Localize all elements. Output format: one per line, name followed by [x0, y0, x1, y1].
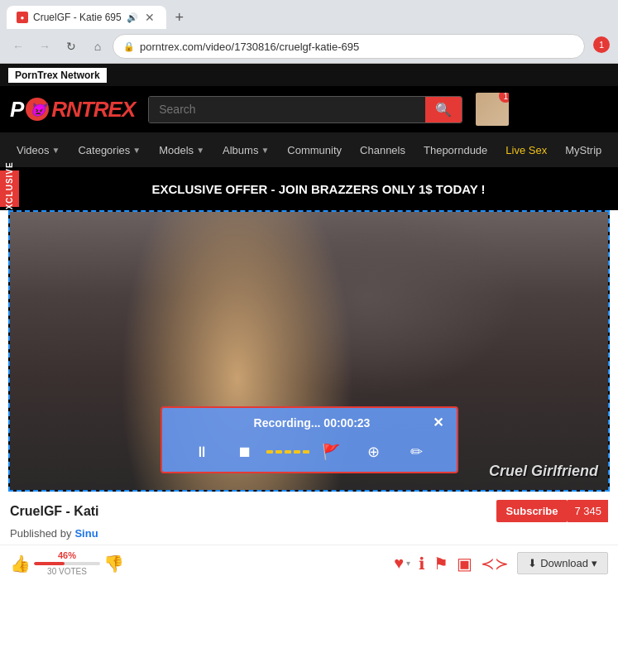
promo-text: EXCLUSIVE OFFER - JOIN BRAZZERS ONLY 1$ …	[19, 182, 618, 196]
action-bar: 👍 46% 30 VOTES 👎 ♥ ▾ ℹ ⚑ ▣ ≺≻ ⬇ Downloa	[0, 545, 618, 581]
tab-audio-icon: 🔊	[127, 12, 138, 23]
search-box: 🔍	[148, 96, 462, 123]
video-info-row: CruelGF - Kati Subscribe 7 345	[0, 492, 618, 527]
recording-controls: ⏸ ⏹ 🚩 ⊕ ✏	[175, 439, 443, 465]
nav-item-categories[interactable]: Categories ▼	[69, 132, 149, 167]
video-watermark: Cruel Girlfriend	[489, 463, 598, 480]
browser-chrome: ● CruelGF - Katie 695 🔊 ✕ + ← → ↻ ⌂ 🔒 po…	[0, 0, 618, 64]
stop-icon: ⏹	[237, 444, 252, 461]
nav-item-albums[interactable]: Albums ▼	[214, 132, 277, 167]
back-button[interactable]: ←	[7, 35, 30, 58]
recording-dots-button[interactable]	[275, 439, 301, 465]
subscribe-count: 7 345	[568, 500, 608, 522]
tab-favicon: ●	[17, 12, 28, 23]
vote-bar	[34, 562, 100, 565]
recording-edit-button[interactable]: ✏	[404, 439, 430, 465]
recording-camera-button[interactable]: ⊕	[361, 439, 387, 465]
nav-bar: Videos ▼ Categories ▼ Models ▼ Albums ▼ …	[0, 132, 618, 167]
videos-arrow-icon: ▼	[52, 146, 60, 155]
notification-badge: 1	[593, 36, 610, 53]
nav-item-models[interactable]: Models ▼	[151, 132, 213, 167]
network-badge[interactable]: PornTrex Network	[8, 68, 107, 83]
home-button[interactable]: ⌂	[86, 35, 109, 58]
video-container[interactable]: Cruel Girlfriend Recording... 00:00:23 ✕…	[8, 210, 610, 492]
logo-rest: RNTREX	[51, 97, 135, 122]
categories-arrow-icon: ▼	[132, 146, 141, 155]
heart-icon: ♥	[394, 554, 404, 573]
refresh-button[interactable]: ↻	[60, 35, 83, 58]
recording-stop-button[interactable]: ⏹	[232, 439, 258, 465]
logo-search-row: P 👿 RNTREX 🔍 1	[0, 86, 618, 132]
thumbs-up-button[interactable]: 👍	[10, 554, 31, 574]
recording-header: Recording... 00:00:23 ✕	[175, 415, 443, 430]
user-thumbnail[interactable]: 1	[476, 93, 509, 126]
tab-close-button[interactable]: ✕	[143, 11, 156, 24]
models-arrow-icon: ▼	[196, 146, 204, 155]
recording-overlay: Recording... 00:00:23 ✕ ⏸ ⏹ 🚩	[160, 406, 458, 473]
site-logo[interactable]: P 👿 RNTREX	[10, 97, 135, 122]
url-box[interactable]: 🔒 porntrex.com/video/1730816/cruelgf-kat…	[113, 34, 585, 59]
published-prefix: Published by	[10, 527, 71, 540]
active-tab[interactable]: ● CruelGF - Katie 695 🔊 ✕	[7, 6, 166, 29]
recording-title: Recording... 00:00:23	[192, 416, 433, 430]
heart-arrow: ▾	[406, 559, 410, 568]
flag-button[interactable]: ⚑	[434, 554, 448, 574]
published-by-link[interactable]: Sinu	[74, 527, 98, 540]
thumbs-down-button[interactable]: 👎	[103, 554, 124, 574]
albums-arrow-icon: ▼	[261, 146, 269, 155]
browser-menu-button[interactable]: ⋮ 1	[588, 35, 611, 58]
pause-icon: ⏸	[194, 444, 209, 461]
exclusive-badge: EXCLUSIVE	[0, 170, 19, 207]
video-title: CruelGF - Kati	[10, 504, 99, 519]
published-row: Published by Sinu	[0, 527, 618, 545]
pencil-icon: ✏	[410, 443, 423, 461]
vote-section: 👍 46% 30 VOTES 👎	[10, 550, 124, 576]
nav-item-videos[interactable]: Videos ▼	[8, 132, 68, 167]
subscribe-wrapper: Subscribe 7 345	[496, 500, 608, 522]
recording-marker-button[interactable]: 🚩	[318, 439, 344, 465]
dots-icon	[266, 450, 309, 454]
vote-count: 30 VOTES	[47, 567, 87, 576]
download-icon: ⬇	[528, 557, 537, 569]
image-icon: ▣	[457, 554, 472, 574]
nav-item-mystrip[interactable]: MyStrip	[557, 132, 610, 167]
recording-pause-button[interactable]: ⏸	[189, 439, 215, 465]
download-label: Download	[540, 557, 588, 569]
search-input[interactable]	[149, 97, 425, 122]
search-button[interactable]: 🔍	[425, 97, 462, 122]
site-header: PornTrex Network	[0, 64, 618, 86]
heart-button[interactable]: ♥ ▾	[394, 554, 410, 573]
vote-bar-fill	[34, 562, 65, 565]
new-tab-button[interactable]: +	[170, 7, 189, 27]
tab-bar: ● CruelGF - Katie 695 🔊 ✕ +	[0, 0, 618, 30]
nav-item-live-sex[interactable]: Live Sex	[497, 132, 555, 167]
lock-icon: 🔒	[123, 41, 135, 52]
recording-close-button[interactable]: ✕	[433, 415, 443, 430]
promo-banner[interactable]: EXCLUSIVE EXCLUSIVE OFFER - JOIN BRAZZER…	[0, 167, 618, 210]
address-bar: ← → ↻ ⌂ 🔒 porntrex.com/video/1730816/cru…	[0, 30, 618, 63]
download-arrow-icon: ▾	[592, 557, 597, 569]
vote-bar-container: 46% 30 VOTES	[34, 550, 100, 576]
thumb-notification-badge: 1	[499, 93, 509, 103]
share-icon: ≺≻	[481, 554, 509, 574]
forward-button[interactable]: →	[33, 35, 56, 58]
action-icons: ♥ ▾ ℹ ⚑ ▣ ≺≻ ⬇ Download ▾	[394, 552, 608, 574]
nav-item-community[interactable]: Community	[279, 132, 350, 167]
flag-icon: 🚩	[322, 443, 340, 461]
camera-icon: ⊕	[367, 443, 380, 461]
share-button[interactable]: ≺≻	[481, 554, 509, 574]
info-button[interactable]: ℹ	[419, 554, 425, 574]
flag-icon: ⚑	[434, 554, 448, 574]
vote-percent: 46%	[58, 550, 76, 560]
image-button[interactable]: ▣	[457, 554, 472, 574]
nav-item-theporndude[interactable]: Theporndude	[415, 132, 496, 167]
tab-title: CruelGF - Katie 695	[33, 12, 122, 23]
logo-p: P	[10, 97, 23, 122]
url-text: porntrex.com/video/1730816/cruelgf-katie…	[140, 41, 359, 53]
logo-devil-icon: 👿	[26, 98, 49, 121]
subscribe-button[interactable]: Subscribe	[496, 500, 568, 522]
info-icon: ℹ	[419, 554, 425, 574]
nav-item-channels[interactable]: Channels	[352, 132, 414, 167]
download-button[interactable]: ⬇ Download ▾	[517, 552, 608, 574]
